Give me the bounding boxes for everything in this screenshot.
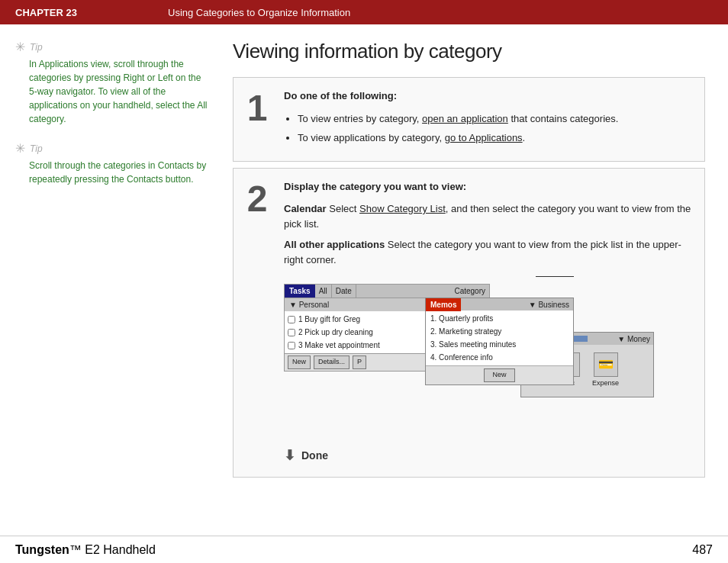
task-1-checkbox[interactable] — [288, 316, 295, 323]
task-3-text: 3 Make vet appointment — [298, 339, 380, 351]
task-3-checkbox[interactable] — [288, 342, 295, 349]
calendar-label: Calendar — [284, 203, 327, 214]
footer-page-number: 487 — [692, 543, 713, 557]
brand-trademark: ™ — [69, 543, 82, 556]
step-1-bullet-2-suffix: . — [523, 132, 526, 143]
memos-bar: Memos ▼ Business — [426, 298, 573, 310]
show-category-list-link[interactable]: Show Category List — [359, 203, 446, 214]
header-title: Using Categories to Organize Information — [168, 7, 350, 18]
memos-new-button[interactable]: New — [484, 368, 514, 382]
main-layout: ✳ Tip In Applications view, scroll throu… — [0, 24, 728, 536]
memo-1: 1. Quarterly profits — [430, 312, 569, 325]
money-category[interactable]: ▼ Money — [617, 333, 650, 345]
task-2-checkbox[interactable] — [288, 329, 295, 336]
tip-1-label: Tip — [30, 42, 43, 53]
memo-2: 2. Marketing strategy — [430, 325, 569, 338]
calendar-row: Calendar Select Show Category List, and … — [284, 201, 692, 231]
step-2: 2 Display the category you want to view:… — [233, 168, 705, 478]
task-2-text: 2 Pick up dry cleaning — [298, 327, 373, 338]
done-arrow-icon: ⬇ — [284, 446, 295, 466]
memos-tab: Memos — [426, 298, 461, 311]
header: CHAPTER 23 Using Categories to Organize … — [0, 0, 728, 24]
step-1-go-to-applications-link[interactable]: go to Applications — [445, 132, 523, 143]
tip-2-text: Scroll through the categories in Contact… — [15, 159, 210, 186]
memos-list: 1. Quarterly profits 2. Marketing strate… — [426, 310, 573, 365]
step-1-bullet-2: To view applications by category, go to … — [298, 130, 692, 146]
memos-panel: Memos ▼ Business 1. Quarterly profits 2.… — [425, 298, 574, 385]
step-1-content: Do one of the following: To view entries… — [279, 78, 704, 161]
memos-category[interactable]: ▼ Business — [525, 298, 573, 311]
category-btn[interactable]: Category — [450, 285, 489, 298]
date-btn[interactable]: Date — [332, 285, 356, 298]
tip-1-header: ✳ Tip — [15, 40, 210, 54]
tasks-tab: Tasks — [285, 285, 315, 298]
step-1-bullet-2-prefix: To view applications by category, — [298, 132, 445, 143]
step-1-heading: Do one of the following: — [284, 88, 692, 104]
tasks-bar: Tasks All Date Category — [285, 285, 489, 298]
sidebar: ✳ Tip In Applications view, scroll throu… — [0, 24, 225, 536]
step-1-bullet-1-suffix: that contains categories. — [508, 113, 619, 124]
other-apps-row: All other applications Select the catego… — [284, 237, 692, 267]
chapter-label: CHAPTER 23 — [15, 7, 168, 18]
memo-4: 4. Conference info — [430, 351, 569, 364]
details-button[interactable]: Details... — [314, 355, 350, 369]
step-2-number: 2 — [234, 169, 279, 478]
calendar-text-prefix: Select — [329, 203, 359, 214]
brand-model: E2 Handheld — [82, 543, 156, 556]
done-label: Done — [301, 448, 328, 464]
pick-list-line — [536, 276, 574, 277]
other-apps-label: All other applications — [284, 239, 385, 250]
p-button[interactable]: P — [353, 355, 366, 369]
category-header-text: ▼ Personal — [289, 299, 329, 310]
device-screenshot-container: Tasks All Date Category ▼ Personal 1 Buy… — [284, 275, 692, 435]
memo-3: 3. Sales meeting minutes — [430, 338, 569, 351]
tip-2: ✳ Tip Scroll through the categories in C… — [15, 141, 210, 186]
memos-footer: New — [426, 365, 573, 384]
new-button[interactable]: New — [288, 355, 311, 369]
step-2-content: Display the category you want to view: C… — [279, 169, 704, 478]
tip-2-label: Tip — [30, 143, 43, 154]
footer: Tungsten™ E2 Handheld 487 — [0, 536, 728, 563]
content-area: Viewing information by category 1 Do one… — [225, 24, 728, 536]
tip-1-text: In Applications view, scroll through the… — [15, 57, 210, 126]
done-row: ⬇ Done — [284, 446, 692, 466]
step-2-heading: Display the category you want to view: — [284, 179, 692, 195]
tip-2-header: ✳ Tip — [15, 141, 210, 156]
all-btn[interactable]: All — [315, 285, 332, 298]
step-1-bullets: To view entries by category, open an app… — [284, 111, 692, 146]
tip-1-asterisk-icon: ✳ — [15, 40, 25, 54]
expense-icon-item: 💳 Expense — [592, 352, 619, 389]
footer-brand: Tungsten™ E2 Handheld — [15, 543, 156, 557]
tip-2-asterisk-icon: ✳ — [15, 141, 25, 156]
expense-label: Expense — [592, 378, 619, 389]
tip-1: ✳ Tip In Applications view, scroll throu… — [15, 40, 210, 126]
task-1-text: 1 Buy gift for Greg — [298, 314, 360, 325]
step-1-bullet-1: To view entries by category, open an app… — [298, 111, 692, 127]
brand-name: Tungsten — [15, 543, 69, 556]
pick-list-annotation — [536, 276, 577, 277]
step-1: 1 Do one of the following: To view entri… — [233, 77, 705, 162]
step-1-open-application-link[interactable]: open an application — [422, 113, 508, 124]
page-title: Viewing information by category — [233, 40, 705, 63]
step-1-number: 1 — [234, 78, 279, 161]
step-1-bullet-1-prefix: To view entries by category, — [298, 113, 422, 124]
expense-icon[interactable]: 💳 — [594, 352, 618, 377]
